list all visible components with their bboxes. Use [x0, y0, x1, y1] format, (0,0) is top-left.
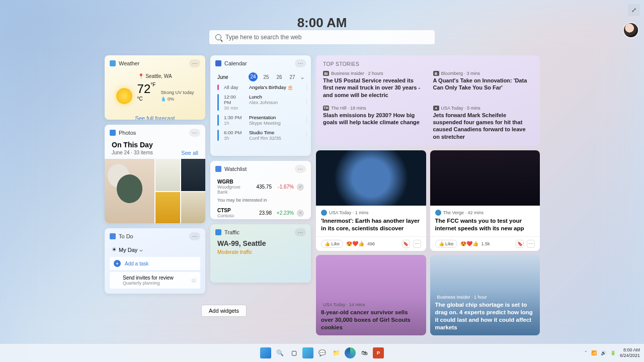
sun-icon [116, 88, 132, 104]
more-icon[interactable]: ⋯ [295, 228, 306, 236]
powerpoint-icon[interactable]: P [373, 347, 384, 358]
bookmark-icon[interactable]: 🔖 [402, 240, 410, 248]
drag-handle-icon[interactable]: ⋮⋮ [304, 101, 309, 104]
calendar-event[interactable]: 12:00 PM30 min LunchAlex Johnson ⋮⋮ [210, 92, 311, 113]
drag-handle-icon[interactable]: ⋮⋮ [304, 86, 309, 89]
calendar-dates[interactable]: June 24 25 26 27 ⌵ [210, 71, 311, 82]
photos-subtitle: June 24 · 33 items [112, 150, 153, 156]
top-story[interactable]: BBloomberg · 3 mins A Quant's Take on In… [433, 71, 533, 99]
store-icon[interactable]: 🛍 [359, 347, 370, 358]
calendar-event[interactable]: 6:00 PM3h Studio TimeConf Rm 32/35 ⋮⋮ [210, 128, 311, 143]
wifi-icon[interactable]: 📶 [591, 350, 597, 355]
explorer-icon[interactable]: 📁 [331, 347, 342, 358]
top-story[interactable]: BIBusiness Insider · 2 hours The US Post… [323, 71, 423, 99]
watchlist-interest: You may be interested in [210, 197, 311, 206]
add-widgets-button[interactable]: Add widgets [201, 305, 247, 317]
user-avatar[interactable] [624, 23, 638, 37]
collapse-icon[interactable]: ⤢ [628, 4, 640, 16]
chevron-down-icon[interactable]: ⌵ [301, 74, 304, 80]
news-card[interactable]: The Verge · 42 mins The FCC wants you to… [430, 150, 540, 251]
chevron-up-icon[interactable]: ˄ [585, 350, 587, 355]
traffic-title: Traffic [224, 229, 295, 235]
plus-icon: + [114, 260, 121, 267]
plus-icon[interactable]: + [297, 210, 304, 217]
traffic-icon [215, 229, 221, 235]
more-icon[interactable]: ⋯ [527, 240, 535, 248]
forecast-link[interactable]: See full forecast [105, 115, 205, 120]
traffic-condition: Moderate traffic [217, 249, 252, 255]
see-all-link[interactable]: See all [181, 150, 198, 156]
like-button[interactable]: 👍 Like [435, 240, 457, 248]
watchlist-icon [215, 166, 221, 172]
more-icon[interactable]: ⋯ [189, 59, 200, 67]
more-icon[interactable]: ⋯ [189, 129, 200, 137]
watchlist-title: Watchlist [224, 166, 295, 172]
chat-icon[interactable]: 💬 [316, 347, 328, 358]
tray-datetime[interactable]: 8:00 AM6/24/2021 [620, 347, 640, 358]
battery-icon[interactable]: 🔋 [610, 350, 616, 355]
stock-row[interactable]: WGRBWoodgrove Bank 435.75 -1.67% ✓ [210, 177, 311, 197]
search-taskbar-icon[interactable]: 🔍 [274, 347, 285, 358]
like-button[interactable]: 👍 Like [321, 240, 343, 248]
check-icon[interactable]: ✓ [297, 184, 304, 191]
traffic-route: WA-99, Seattle [217, 239, 266, 247]
calendar-event[interactable]: 1:30 PM1h PresentationSkype Meeting ⋮⋮ [210, 113, 311, 128]
news-card[interactable]: Business Insider · 1 hour The global chi… [430, 255, 540, 335]
weather-temp: 72°F°C [137, 82, 156, 110]
more-icon[interactable]: ⋯ [413, 240, 421, 248]
weather-widget[interactable]: Weather ⋯ 📍 Seattle, WA 72°F°C Strong UV… [105, 55, 205, 120]
calendar-event[interactable]: All day Angela's Birthday 🎂 ⋮⋮ [210, 82, 311, 92]
watchlist-widget[interactable]: Watchlist ⋯ WGRBWoodgrove Bank 435.75 -1… [210, 161, 311, 219]
calendar-icon [215, 60, 221, 66]
search-icon [215, 34, 221, 40]
photos-widget[interactable]: Photos ⋯ On This Day June 24 · 33 items … [105, 125, 205, 223]
traffic-widget[interactable]: Traffic ⋯ WA-99, Seattle Moderate traffi… [210, 224, 311, 283]
todo-widget[interactable]: To Do ⋯ ☀ My Day ⌵ + Add a task Send inv… [105, 228, 205, 294]
todo-icon [110, 233, 116, 239]
chevron-down-icon: ⌵ [139, 246, 143, 253]
clock: 8:00 AM [297, 15, 347, 31]
taskview-icon[interactable]: ▢ [288, 347, 299, 358]
photos-title: Photos [119, 130, 189, 136]
calendar-widget[interactable]: Calendar ⋯ June 24 25 26 27 ⌵ All day An… [210, 55, 311, 156]
top-stories-label: TOP STORIES [323, 61, 533, 67]
weather-location: 📍 Seattle, WA [105, 73, 205, 79]
top-story[interactable]: THThe Hill · 18 mins Slash emissions by … [323, 106, 423, 140]
more-icon[interactable]: ⋯ [189, 232, 200, 240]
widgets-icon[interactable] [302, 347, 313, 358]
add-task-button[interactable]: + Add a task [110, 257, 200, 270]
task-item[interactable]: Send invites for review Quarterly planni… [110, 272, 200, 289]
start-button[interactable] [260, 347, 271, 358]
photo-grid[interactable] [105, 159, 205, 223]
edge-icon[interactable] [345, 347, 356, 358]
search-input[interactable]: Type here to search the web [209, 30, 435, 44]
volume-icon[interactable]: 🔊 [601, 350, 606, 355]
more-icon[interactable]: ⋯ [295, 59, 306, 67]
top-stories: TOP STORIES BIBusiness Insider · 2 hours… [316, 55, 540, 146]
bookmark-icon[interactable]: 🔖 [516, 240, 524, 248]
taskbar[interactable]: 🔍 ▢ 💬 📁 🛍 P [0, 344, 644, 362]
myday-selector[interactable]: ☀ My Day ⌵ [105, 244, 205, 255]
news-card[interactable]: USA Today · 1 mins 'Innermost': Earth ha… [316, 150, 426, 251]
weather-title: Weather [119, 60, 189, 66]
weather-detail: Strong UV today💧 0% [160, 89, 194, 102]
todo-title: To Do [119, 233, 189, 239]
calendar-title: Calendar [224, 60, 295, 66]
weather-icon [110, 60, 116, 66]
stock-row[interactable]: CTSPContoso 23.98 +2.23% + [210, 206, 311, 219]
search-placeholder: Type here to search the web [225, 34, 301, 41]
more-icon[interactable]: ⋯ [295, 165, 306, 173]
photos-heading: On This Day [105, 141, 205, 149]
drag-handle-icon[interactable]: ⋮⋮ [304, 134, 309, 137]
top-story[interactable]: ●USA Today · 5 mins Jets forward Mark Sc… [433, 106, 533, 140]
photos-icon [110, 130, 116, 136]
drag-handle-icon[interactable]: ⋮⋮ [194, 279, 198, 282]
news-card[interactable]: USA Today · 14 mins 8-year-old cancer su… [316, 255, 426, 335]
system-tray[interactable]: ˄ 📶 🔊 🔋 8:00 AM6/24/2021 [585, 344, 640, 362]
drag-handle-icon[interactable]: ⋮⋮ [304, 119, 309, 122]
